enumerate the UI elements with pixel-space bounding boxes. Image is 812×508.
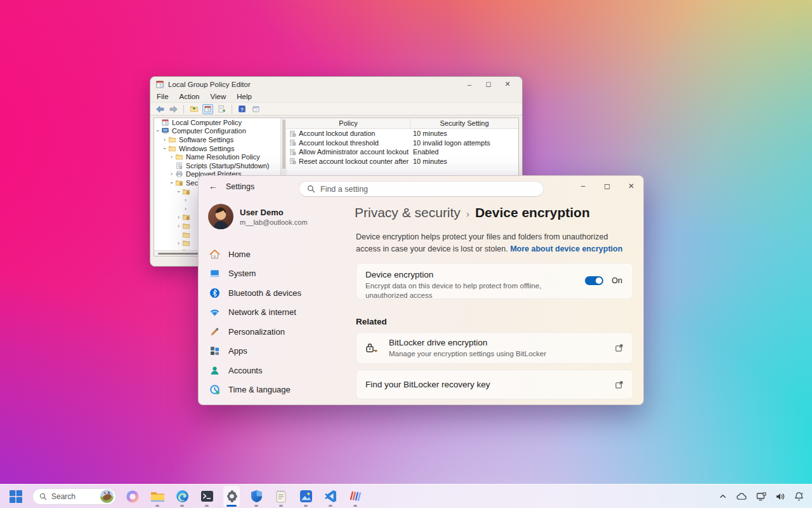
tree-item-name-resolution-policy[interactable]: Name Resolution Policy	[154, 152, 280, 161]
up-folder-icon[interactable]	[188, 104, 199, 114]
policy-row[interactable]: Reset account lockout counter after 10 m…	[287, 157, 518, 166]
settings-search-input[interactable]: Find a setting	[299, 181, 544, 197]
copilot-button[interactable]	[124, 486, 141, 507]
scrollbar-thumb[interactable]	[282, 119, 285, 169]
device-encryption-toggle[interactable]	[585, 276, 603, 285]
sidebar-item-network-internet[interactable]: Network & internet	[201, 303, 350, 323]
striped-app-button[interactable]	[347, 486, 363, 507]
forward-arrow-icon[interactable]	[168, 104, 179, 114]
policy-row[interactable]: Account lockout threshold 10 invalid log…	[287, 138, 518, 148]
desktop-wallpaper: Local Group Policy Editor – ◻ ✕ File Act…	[0, 0, 812, 508]
menu-help[interactable]: Help	[237, 93, 252, 100]
sidebar-item-personalization[interactable]: Personalization	[201, 322, 350, 342]
photos-button[interactable]	[298, 486, 314, 507]
chevron-right-icon[interactable]	[175, 240, 182, 246]
export-list-icon[interactable]	[216, 104, 227, 114]
page-title: Device encryption	[475, 205, 590, 220]
menu-action[interactable]: Action	[180, 93, 200, 100]
toggle-knob	[596, 277, 602, 284]
policy-icon	[289, 157, 296, 164]
bitlocker-subtitle: Manage your encryption settings using Bi…	[389, 349, 546, 359]
console-window-icon[interactable]	[202, 104, 213, 114]
chevron-right-icon[interactable]	[175, 223, 182, 229]
notifications-bell-icon[interactable]: z	[794, 491, 804, 502]
more-about-device-encryption-link[interactable]: More about device encryption	[510, 244, 622, 253]
find-recovery-key-card[interactable]: Find your BitLocker recovery key	[356, 370, 633, 399]
back-arrow-icon[interactable]: ←	[209, 181, 218, 191]
external-link-icon	[615, 380, 624, 389]
chevron-down-icon[interactable]	[161, 145, 168, 152]
help-icon[interactable]: ?	[237, 104, 247, 114]
sidebar-item-apps[interactable]: Apps	[201, 342, 350, 361]
chevron-down-icon[interactable]	[168, 180, 175, 186]
folder-icon	[175, 153, 183, 161]
tree-item-local-computer-policy[interactable]: Local Computer Policy	[154, 118, 280, 127]
column-header-policy[interactable]: Policy	[287, 118, 410, 128]
start-button[interactable]	[8, 486, 24, 507]
gpedit-close-button[interactable]: ✕	[498, 78, 517, 91]
tree-item-windows-settings[interactable]: Windows Settings	[154, 144, 280, 153]
file-explorer-button[interactable]	[149, 486, 166, 507]
tree-item-computer-configuration[interactable]: Computer Configuration	[154, 127, 280, 136]
notepad-button[interactable]	[273, 486, 289, 507]
breadcrumb-privacy-security[interactable]: Privacy & security	[355, 205, 461, 220]
onedrive-icon[interactable]	[737, 491, 747, 502]
policy-row[interactable]: Allow Administrator account lockout Enab…	[287, 147, 518, 157]
chevron-right-icon[interactable]	[182, 197, 189, 203]
toggle-state-label: On	[612, 276, 622, 285]
menu-file[interactable]: File	[157, 93, 169, 100]
settings-taskbar-button[interactable]	[223, 486, 240, 507]
chevron-right-icon[interactable]	[182, 206, 189, 212]
settings-close-button[interactable]: ✕	[619, 176, 643, 196]
chevron-right-icon[interactable]	[168, 154, 175, 160]
hidden-icons-chevron[interactable]	[717, 491, 728, 502]
toolbar-separator	[232, 105, 232, 114]
gpedit-app-icon	[155, 80, 164, 89]
gpedit-maximize-button[interactable]: ◻	[479, 78, 498, 91]
photos-icon	[299, 490, 313, 503]
policy-row[interactable]: Account lockout duration 10 minutes	[287, 129, 518, 138]
back-arrow-icon[interactable]	[154, 104, 165, 114]
search-icon	[307, 185, 315, 193]
notepad-icon	[275, 490, 287, 503]
tree-item-scripts[interactable]: Scripts (Startup/Shutdown)	[154, 161, 280, 170]
menu-view[interactable]: View	[211, 93, 226, 100]
gpedit-titlebar[interactable]: Local Group Policy Editor – ◻ ✕	[150, 77, 522, 91]
column-header-security-setting[interactable]: Security Setting	[410, 118, 518, 128]
chevron-right-icon[interactable]	[168, 171, 175, 177]
scrollbar-thumb[interactable]	[158, 253, 199, 255]
search-highlight-image[interactable]	[100, 490, 114, 503]
settings-nav: Home System Bluetooth & devices Network …	[201, 244, 350, 399]
vscode-button[interactable]	[322, 486, 339, 507]
volume-icon[interactable]	[775, 491, 785, 502]
running-indicator	[329, 505, 332, 507]
sidebar-item-system[interactable]: System	[201, 264, 350, 284]
settings-titlebar[interactable]: ← Settings Find a setting – ◻ ✕	[199, 176, 643, 199]
sidebar-item-time-language[interactable]: Time & language	[201, 380, 350, 400]
tree-item-software-settings[interactable]: Software Settings	[154, 135, 280, 144]
computer-icon	[161, 127, 169, 135]
folder-lock-icon	[182, 213, 190, 221]
network-icon[interactable]	[756, 491, 766, 502]
chevron-right-icon[interactable]	[175, 214, 182, 220]
bitlocker-drive-encryption-card[interactable]: BitLocker drive encryption Manage your e…	[356, 332, 633, 364]
windows-security-button[interactable]	[248, 486, 265, 507]
sidebar-item-bluetooth-devices[interactable]: Bluetooth & devices	[201, 283, 350, 303]
printer-icon	[175, 170, 183, 178]
terminal-button[interactable]	[199, 486, 215, 507]
sidebar-item-home[interactable]: Home	[201, 244, 350, 264]
chevron-right-icon[interactable]	[161, 137, 168, 143]
edge-button[interactable]	[174, 486, 190, 507]
taskbar-search-box[interactable]: Search	[32, 488, 116, 505]
user-account-card[interactable]: User Demo m__lab@outlook.com	[208, 204, 308, 229]
chevron-down-icon[interactable]	[175, 189, 182, 195]
sidebar-item-accounts[interactable]: Accounts	[201, 361, 350, 380]
policy-icon	[289, 149, 296, 156]
page-description: Device encryption helps protect your fil…	[356, 231, 633, 255]
settings-maximize-button[interactable]: ◻	[595, 176, 619, 196]
system-tray: z	[717, 491, 804, 502]
gpedit-minimize-button[interactable]: –	[460, 78, 479, 91]
chevron-down-icon[interactable]	[154, 128, 161, 134]
console-pane-icon[interactable]	[251, 104, 261, 114]
settings-minimize-button[interactable]: –	[571, 176, 595, 196]
